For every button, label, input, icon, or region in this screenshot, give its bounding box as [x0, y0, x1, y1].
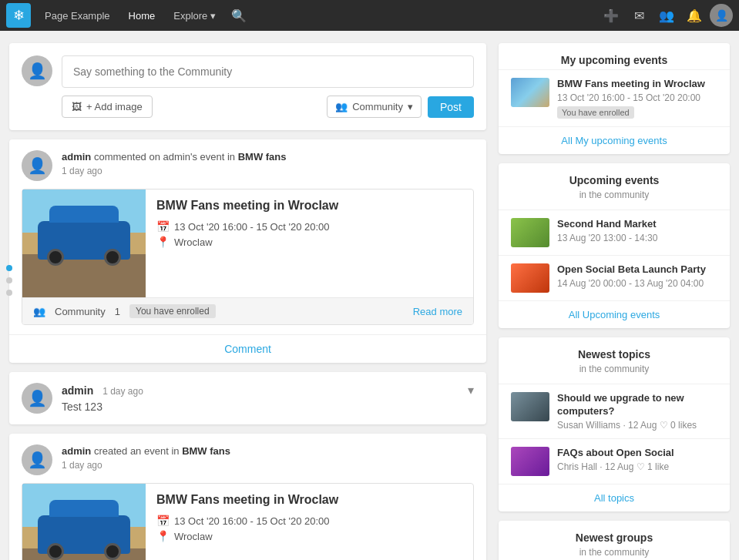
add-image-button[interactable]: 🖼 + Add image [62, 96, 153, 118]
car-body-3 [38, 515, 130, 554]
event-location-row-1: 📍 Wroclaw [156, 236, 462, 248]
user-avatar[interactable]: 👤 [710, 4, 733, 27]
top-navigation: ❄ Page Example Home Explore ▾ 🔍 ➕ ✉ 👥 🔔 … [0, 0, 739, 31]
avatar-icon: 👤 [28, 62, 47, 80]
app-logo[interactable]: ❄ [6, 3, 31, 28]
comment-post-header-2: admin 1 day ago ▾ [62, 383, 474, 397]
event-date-1: 13 Oct '20 16:00 - 15 Oct '20 20:00 [174, 221, 330, 233]
feed-meta-3: admin created an event in BMW fans 1 day… [62, 444, 474, 471]
bell-icon[interactable]: 🔔 [682, 3, 707, 28]
my-upcoming-event-item: BMW Fans meeting in Wroclaw 13 Oct '20 1… [499, 69, 730, 126]
topic-meta-1: Chris Hall · 12 Aug ♡ 1 like [557, 461, 717, 472]
feed-item-event-comment: 👤 admin commented on admin's event in BM… [9, 139, 486, 363]
event-block-1: BMW Fans meeting in Wroclaw 📅 13 Oct '20… [22, 189, 474, 325]
upcoming-events-title: Upcoming events [499, 163, 730, 189]
add-icon[interactable]: ➕ [599, 3, 623, 28]
comment-post-2: 👤 admin 1 day ago ▾ Test 123 [9, 372, 486, 424]
my-event-date: 13 Oct '20 16:00 - 15 Oct '20 20:00 [557, 92, 717, 103]
event-image-3 [22, 484, 146, 560]
event-details-1: BMW Fans meeting in Wroclaw 📅 13 Oct '20… [146, 189, 473, 297]
event-date-row-1: 📅 13 Oct '20 16:00 - 15 Oct '20 20:00 [156, 220, 462, 233]
feed-time-3: 1 day ago [62, 460, 474, 471]
progress-dot-1 [6, 265, 12, 271]
upcoming-event-thumb-0 [511, 218, 549, 247]
avatar-icon: 👤 [28, 451, 47, 469]
upcoming-event-info-0: Second Hand Market 13 Aug '20 13:00 - 14… [557, 218, 717, 243]
feed-meta-text-3: admin created an event in BMW fans [62, 444, 474, 458]
event-date-3: 13 Oct '20 16:00 - 15 Oct '20 20:00 [174, 515, 330, 527]
event-image-1 [22, 189, 146, 297]
calendar-icon-1: 📅 [156, 220, 170, 233]
feed-group-3: BMW fans [182, 445, 230, 457]
feed-meta-text-1: admin commented on admin's event in BMW … [62, 150, 474, 164]
newest-topics-subtitle: in the community [499, 364, 730, 384]
post-expand-icon-2[interactable]: ▾ [468, 383, 474, 397]
community-selector[interactable]: 👥 Community ▾ [327, 96, 422, 118]
topic-info-0: Should we upgrade to new computers? Susa… [557, 392, 717, 431]
my-event-thumb [511, 78, 549, 107]
event-details-3: BMW Fans meeting in Wroclaw 📅 13 Oct '20… [146, 484, 473, 560]
event-block-3: BMW Fans meeting in Wroclaw 📅 13 Oct '20… [22, 483, 474, 560]
feed-header-3: 👤 admin created an event in BMW fans 1 d… [9, 434, 486, 483]
feed-meta-1: admin commented on admin's event in BMW … [62, 150, 474, 176]
post-button[interactable]: Post [428, 96, 474, 118]
event-location-row-3: 📍 Wroclaw [156, 530, 462, 542]
nav-home[interactable]: Home [121, 0, 163, 31]
all-my-upcoming-events-link[interactable]: All My upcoming events [499, 126, 730, 154]
event-title-1: BMW Fans meeting in Wroclaw [156, 199, 462, 213]
upcoming-events-subtitle: in the community [499, 189, 730, 210]
search-icon[interactable]: 🔍 [227, 3, 251, 28]
my-upcoming-events-card: My upcoming events BMW Fans meeting in W… [499, 43, 730, 154]
all-topics-link[interactable]: All topics [499, 484, 730, 511]
event-attendees-1: 1 [115, 306, 120, 317]
newest-groups-subtitle: in the community [499, 547, 730, 560]
topic-name-0: Should we upgrade to new computers? [557, 392, 717, 418]
progress-dot-2 [6, 277, 12, 283]
newest-groups-card: Newest groups in the community BMW fans [499, 521, 730, 560]
nav-page-example[interactable]: Page Example [37, 0, 118, 31]
image-icon: 🖼 [72, 101, 82, 112]
event-footer-left-1: 👥 Community 1 You have enrolled [33, 304, 216, 318]
event-location-1: Wroclaw [174, 236, 213, 248]
avatar-icon: 👤 [28, 156, 47, 175]
topic-item-0: Should we upgrade to new computers? Susa… [499, 384, 730, 438]
comment-post-text-2: Test 123 [62, 401, 474, 413]
topic-thumb-1 [511, 447, 549, 476]
nav-explore[interactable]: Explore ▾ [166, 0, 223, 31]
car-wheel-right-3 [104, 543, 121, 560]
newest-topics-title: Newest topics [499, 337, 730, 364]
progress-dot-3 [6, 290, 12, 296]
upcoming-event-date-1: 14 Aug '20 00:00 - 13 Aug '20 04:00 [557, 278, 717, 289]
event-location-3: Wroclaw [174, 531, 213, 542]
location-icon-3: 📍 [156, 530, 170, 542]
car-wheel-left-3 [47, 543, 64, 560]
all-upcoming-events-link[interactable]: All Upcoming events [499, 300, 730, 328]
read-more-link-1[interactable]: Read more [413, 306, 462, 317]
page-layout: 👤 🖼 + Add image 👥 Community ▾ Post [0, 31, 739, 560]
comment-link-1[interactable]: Comment [224, 343, 271, 355]
composer-input[interactable] [62, 55, 474, 88]
feed-avatar-3: 👤 [22, 444, 52, 475]
location-icon-1: 📍 [156, 236, 170, 248]
car-wheel-right-1 [104, 249, 121, 266]
community-icon: 👥 [335, 101, 348, 112]
feed-item-created-event: 👤 admin created an event in BMW fans 1 d… [9, 434, 486, 560]
calendar-icon-3: 📅 [156, 515, 170, 527]
newest-groups-title: Newest groups [499, 521, 730, 547]
feed-time-1: 1 day ago [62, 166, 474, 176]
people-icon[interactable]: 👥 [654, 3, 679, 28]
my-event-info: BMW Fans meeting in Wroclaw 13 Oct '20 1… [557, 78, 717, 119]
topic-info-1: FAQs about Open Social Chris Hall · 12 A… [557, 447, 717, 472]
composer-top: 👤 [22, 55, 474, 88]
avatar-icon: 👤 [28, 389, 47, 407]
upcoming-event-date-0: 13 Aug '20 13:00 - 14:30 [557, 233, 717, 243]
car-image-3 [22, 484, 146, 560]
post-composer: 👤 🖼 + Add image 👥 Community ▾ Post [9, 43, 486, 130]
feed-author-1: admin [62, 151, 91, 163]
mail-icon[interactable]: ✉ [626, 3, 651, 28]
event-date-row-3: 📅 13 Oct '20 16:00 - 15 Oct '20 20:00 [156, 515, 462, 527]
composer-right-actions: 👥 Community ▾ Post [327, 96, 474, 118]
event-title-3: BMW Fans meeting in Wroclaw [156, 493, 462, 507]
topic-thumb-0 [511, 392, 549, 421]
feed-author-3: admin [62, 445, 91, 457]
